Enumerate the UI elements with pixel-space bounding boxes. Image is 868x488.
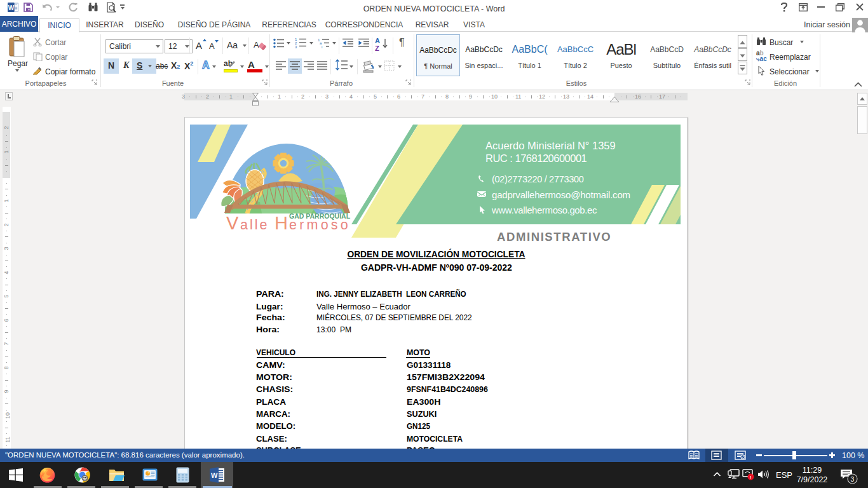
svg-text:3: 3: [851, 475, 855, 483]
svg-text:Acuerdo Ministerial N° 1359: Acuerdo Ministerial N° 1359: [485, 140, 616, 151]
svg-text:gadprvallehermoso@hotmail.com: gadprvallehermoso@hotmail.com: [492, 189, 630, 200]
svg-text:(02)2773220 / 2773300: (02)2773220 / 2773300: [492, 174, 584, 184]
svg-text:www.vallehermoso.gob.ec: www.vallehermoso.gob.ec: [491, 205, 597, 215]
svg-text:!: !: [750, 475, 752, 480]
svg-text:i: i: [322, 45, 322, 48]
svg-text:3: 3: [295, 45, 297, 48]
svg-text:RUC : 1768120600001: RUC : 1768120600001: [485, 152, 587, 164]
svg-text:GAD PARROQUIAL: GAD PARROQUIAL: [289, 212, 351, 220]
svg-text:A: A: [254, 40, 259, 50]
svg-text:W: W: [211, 471, 218, 479]
